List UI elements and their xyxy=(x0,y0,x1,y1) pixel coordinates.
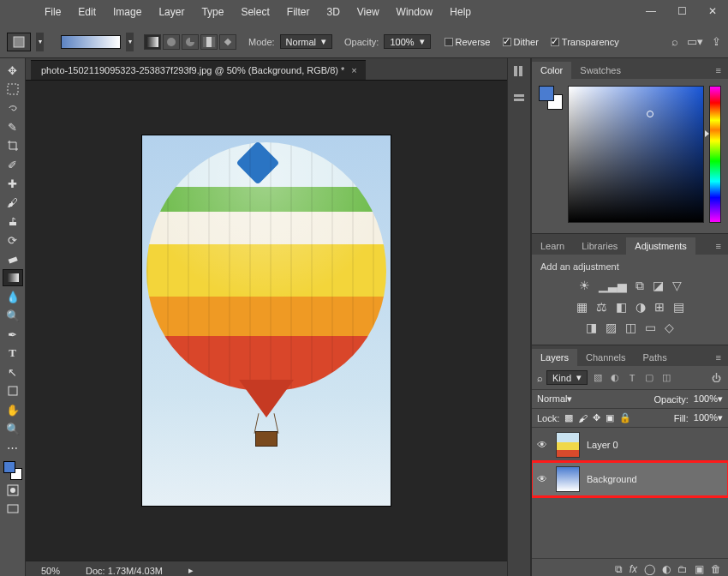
canvas[interactable] xyxy=(26,81,507,561)
workspace-icon[interactable]: ▭▾ xyxy=(687,35,703,48)
color-lookup-icon[interactable]: ▤ xyxy=(673,300,684,314)
black-white-icon[interactable]: ◧ xyxy=(616,300,627,314)
menu-type[interactable]: Type xyxy=(194,4,230,20)
document-tab[interactable]: photo-1502119095323-253837f293f9.jpg @ 5… xyxy=(31,60,366,80)
current-tool-icon[interactable] xyxy=(7,33,31,51)
menu-3d[interactable]: 3D xyxy=(319,4,346,20)
pen-tool[interactable]: ✒ xyxy=(3,326,23,343)
link-layers-icon[interactable]: ⧉ xyxy=(615,563,623,575)
eyedropper-tool[interactable]: ✐ xyxy=(3,156,23,173)
doc-size-info[interactable]: Doc: 1.73M/4.03M xyxy=(86,566,163,576)
panel-menu-icon[interactable]: ≡ xyxy=(709,349,728,366)
adjustment-layer-icon[interactable]: ◐ xyxy=(662,563,671,575)
panel-menu-icon[interactable]: ≡ xyxy=(709,62,728,79)
color-swatch-pair[interactable] xyxy=(539,86,563,110)
edit-toolbar[interactable]: ⋯ xyxy=(3,439,23,456)
eraser-tool[interactable] xyxy=(3,250,23,267)
learn-tab[interactable]: Learn xyxy=(532,237,573,255)
menu-window[interactable]: Window xyxy=(390,4,440,20)
adjustments-tab[interactable]: Adjustments xyxy=(626,237,695,255)
share-icon[interactable]: ⇪ xyxy=(712,35,721,48)
foreground-background-swatch[interactable] xyxy=(3,461,22,480)
exposure-icon[interactable]: ◪ xyxy=(653,279,664,293)
filter-smart-icon[interactable]: ◫ xyxy=(659,372,673,384)
blend-mode-dropdown[interactable]: Normal▾ xyxy=(280,34,332,49)
search-icon[interactable]: ⌕ xyxy=(671,35,678,48)
hue-sat-icon[interactable]: ▦ xyxy=(576,300,588,314)
lasso-tool[interactable] xyxy=(3,99,23,117)
window-minimize-button[interactable]: — xyxy=(636,0,666,22)
panel-menu-icon[interactable]: ≡ xyxy=(709,237,728,255)
brush-tool[interactable]: 🖌 xyxy=(3,194,23,211)
layer-name[interactable]: Background xyxy=(587,474,637,484)
layer-name[interactable]: Layer 0 xyxy=(587,440,618,450)
tool-preset-dropdown[interactable]: ▾ xyxy=(36,33,44,51)
lock-transparent-icon[interactable]: ▩ xyxy=(564,412,573,423)
status-caret-icon[interactable]: ▸ xyxy=(188,565,194,576)
channel-mixer-icon[interactable]: ⊞ xyxy=(654,300,665,314)
layer-group-icon[interactable]: 🗀 xyxy=(677,563,688,575)
gradient-tool[interactable] xyxy=(3,269,23,286)
menu-image[interactable]: Image xyxy=(106,4,148,20)
levels-icon[interactable]: ▁▃▅ xyxy=(599,279,627,293)
saturation-brightness-picker[interactable] xyxy=(568,86,704,223)
transparency-checkbox[interactable]: Transparency xyxy=(551,37,619,47)
history-panel-icon[interactable] xyxy=(511,63,527,79)
marquee-tool[interactable] xyxy=(3,81,23,98)
path-selection-tool[interactable]: ↖ xyxy=(3,363,23,381)
lock-artboard-icon[interactable]: ▣ xyxy=(606,412,614,423)
history-brush-tool[interactable]: ⟳ xyxy=(3,231,23,249)
layer-mask-icon[interactable]: ◯ xyxy=(644,563,655,575)
angle-gradient-button[interactable] xyxy=(182,34,199,50)
color-balance-icon[interactable]: ⚖ xyxy=(596,300,607,314)
posterize-icon[interactable]: ▨ xyxy=(606,321,617,334)
lock-image-icon[interactable]: 🖌 xyxy=(578,413,588,423)
channels-tab[interactable]: Channels xyxy=(577,349,634,366)
layer-opacity-dropdown[interactable]: 100%▾ xyxy=(694,393,723,405)
delete-layer-icon[interactable]: 🗑 xyxy=(711,563,721,575)
threshold-icon[interactable]: ◫ xyxy=(625,321,636,334)
filter-adjustment-icon[interactable]: ◐ xyxy=(608,372,622,384)
shape-tool[interactable] xyxy=(3,382,23,399)
zoom-tool[interactable]: 🔍 xyxy=(3,420,23,437)
menu-select[interactable]: Select xyxy=(234,4,276,20)
menu-layer[interactable]: Layer xyxy=(152,4,191,20)
menu-filter[interactable]: Filter xyxy=(280,4,317,20)
linear-gradient-button[interactable] xyxy=(144,34,161,50)
color-tab[interactable]: Color xyxy=(532,62,571,79)
dodge-tool[interactable]: 🔍 xyxy=(3,307,23,324)
menu-help[interactable]: Help xyxy=(443,4,478,20)
invert-icon[interactable]: ◨ xyxy=(586,321,597,334)
filter-pixel-icon[interactable]: ▧ xyxy=(591,372,605,384)
quick-selection-tool[interactable]: ✎ xyxy=(3,118,23,135)
reflected-gradient-button[interactable] xyxy=(200,34,218,50)
layer-item[interactable]: 👁 Background xyxy=(532,462,728,496)
curves-icon[interactable]: ⧉ xyxy=(636,279,644,293)
foreground-color-icon[interactable] xyxy=(3,461,15,473)
screen-mode-button[interactable] xyxy=(3,501,23,518)
layer-blend-mode-dropdown[interactable]: Normal▾ xyxy=(537,393,649,405)
filter-kind-dropdown[interactable]: Kind▾ xyxy=(546,370,588,385)
layer-style-icon[interactable]: fx xyxy=(630,563,637,575)
healing-brush-tool[interactable]: ✚ xyxy=(3,175,23,192)
gradient-map-icon[interactable]: ▭ xyxy=(645,321,656,334)
vibrance-icon[interactable]: ▽ xyxy=(672,279,682,293)
brightness-contrast-icon[interactable]: ☀ xyxy=(579,279,590,293)
diamond-gradient-button[interactable] xyxy=(219,34,236,50)
properties-panel-icon[interactable] xyxy=(511,91,527,106)
move-tool[interactable]: ✥ xyxy=(3,62,23,79)
hue-slider[interactable] xyxy=(709,86,721,223)
filter-toggle-icon[interactable]: ⏻ xyxy=(709,372,723,384)
libraries-tab[interactable]: Libraries xyxy=(573,237,626,255)
filter-type-icon[interactable]: T xyxy=(625,372,639,384)
dither-checkbox[interactable]: Dither xyxy=(503,37,539,47)
quick-mask-button[interactable] xyxy=(3,482,23,499)
opacity-dropdown[interactable]: 100%▾ xyxy=(384,34,430,49)
lock-all-icon[interactable]: 🔒 xyxy=(619,412,631,423)
photo-filter-icon[interactable]: ◑ xyxy=(636,300,646,314)
filter-search-icon[interactable]: ⌕ xyxy=(537,373,543,383)
type-tool[interactable]: T xyxy=(3,345,23,362)
menu-view[interactable]: View xyxy=(350,4,386,20)
menu-file[interactable]: File xyxy=(38,4,68,20)
paths-tab[interactable]: Paths xyxy=(635,349,676,366)
